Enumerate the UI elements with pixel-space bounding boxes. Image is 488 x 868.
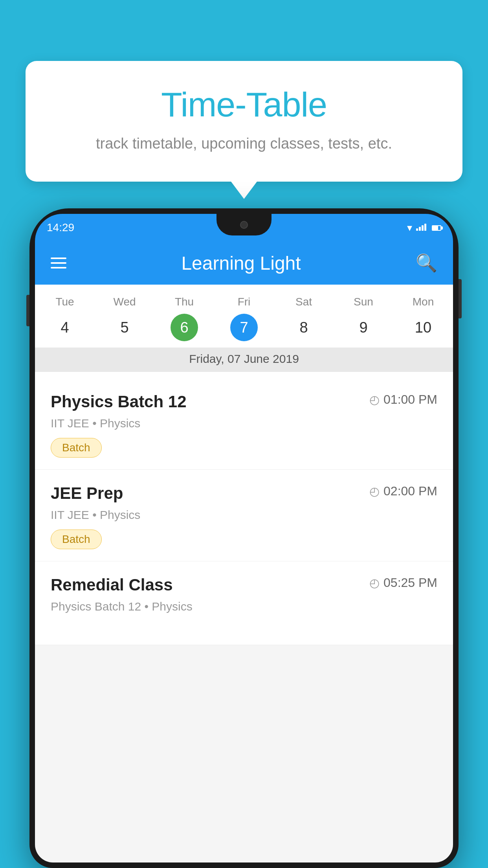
schedule-item-2-subject: IIT JEE • Physics — [51, 508, 437, 522]
tooltip-card: Time-Table track timetable, upcoming cla… — [26, 61, 462, 182]
schedule-item-3-subject: Physics Batch 12 • Physics — [51, 600, 437, 613]
schedule-item-2[interactable]: JEE Prep ◴ 02:00 PM IIT JEE • Physics Ba… — [35, 470, 453, 561]
clock-icon-1: ◴ — [369, 393, 380, 406]
day-label-wed: Wed — [113, 296, 136, 308]
day-num-6: 6 — [171, 314, 198, 341]
day-num-4: 4 — [51, 314, 79, 341]
hamburger-menu-button[interactable] — [51, 257, 66, 268]
day-label-fri: Fri — [238, 296, 251, 308]
schedule-item-2-header: JEE Prep ◴ 02:00 PM — [51, 484, 437, 503]
calendar-days-row: Tue 4 Wed 5 Thu 6 Fri 7 Sat 8 — [35, 296, 453, 341]
day-num-7: 7 — [230, 314, 258, 341]
phone-screen: Learning Light 🔍 Tue 4 Wed 5 Thu 6 — [35, 241, 453, 862]
power-button-right — [459, 279, 462, 318]
schedule-item-2-time: ◴ 02:00 PM — [369, 484, 437, 498]
schedule-item-1-time-value: 01:00 PM — [383, 392, 437, 407]
schedule-item-2-time-value: 02:00 PM — [383, 484, 437, 498]
day-num-5: 5 — [111, 314, 138, 341]
schedule-item-3-title: Remedial Class — [51, 576, 173, 594]
day-label-sat: Sat — [295, 296, 312, 308]
calendar-day-thu[interactable]: Thu 6 — [154, 296, 214, 341]
schedule-item-3[interactable]: Remedial Class ◴ 05:25 PM Physics Batch … — [35, 561, 453, 645]
schedule-list: Physics Batch 12 ◴ 01:00 PM IIT JEE • Ph… — [35, 378, 453, 645]
schedule-item-1-header: Physics Batch 12 ◴ 01:00 PM — [51, 392, 437, 411]
schedule-item-1-subject: IIT JEE • Physics — [51, 417, 437, 430]
search-button[interactable]: 🔍 — [416, 253, 437, 273]
day-label-sun: Sun — [354, 296, 373, 308]
tooltip-title: Time-Table — [53, 85, 435, 125]
calendar-day-tue[interactable]: Tue 4 — [35, 296, 95, 341]
volume-button-left — [26, 295, 29, 326]
day-label-mon: Mon — [413, 296, 434, 308]
schedule-item-3-time: ◴ 05:25 PM — [369, 576, 437, 590]
schedule-item-1-title: Physics Batch 12 — [51, 392, 187, 411]
calendar-day-sun[interactable]: Sun 9 — [334, 296, 393, 341]
phone-frame: 14:29 ▾ — [29, 208, 459, 868]
calendar-day-fri[interactable]: Fri 7 — [214, 296, 274, 341]
day-label-thu: Thu — [175, 296, 194, 308]
calendar-day-sat[interactable]: Sat 8 — [274, 296, 334, 341]
clock-icon-3: ◴ — [369, 576, 380, 590]
status-time: 14:29 — [47, 221, 74, 234]
day-num-9: 9 — [350, 314, 377, 341]
calendar-strip: Tue 4 Wed 5 Thu 6 Fri 7 Sat 8 — [35, 285, 453, 378]
battery-icon — [430, 222, 441, 233]
calendar-day-wed[interactable]: Wed 5 — [95, 296, 154, 341]
camera — [240, 221, 248, 229]
status-bar: 14:29 ▾ — [35, 214, 453, 241]
status-icons: ▾ — [407, 222, 441, 234]
day-num-10: 10 — [409, 314, 437, 341]
schedule-item-2-badge: Batch — [51, 530, 102, 549]
wifi-icon: ▾ — [407, 222, 412, 234]
schedule-item-2-title: JEE Prep — [51, 484, 123, 503]
app-title: Learning Light — [181, 252, 301, 274]
tooltip-subtitle: track timetable, upcoming classes, tests… — [53, 133, 435, 154]
clock-icon-2: ◴ — [369, 484, 380, 498]
schedule-item-1[interactable]: Physics Batch 12 ◴ 01:00 PM IIT JEE • Ph… — [35, 378, 453, 470]
signal-icon — [416, 222, 426, 233]
app-header: Learning Light 🔍 — [35, 241, 453, 285]
schedule-item-1-time: ◴ 01:00 PM — [369, 392, 437, 407]
schedule-item-3-header: Remedial Class ◴ 05:25 PM — [51, 576, 437, 594]
schedule-item-1-badge: Batch — [51, 438, 102, 458]
day-label-tue: Tue — [55, 296, 74, 308]
schedule-item-3-time-value: 05:25 PM — [383, 576, 437, 590]
day-num-8: 8 — [290, 314, 317, 341]
calendar-day-mon[interactable]: Mon 10 — [393, 296, 453, 341]
selected-date-label: Friday, 07 June 2019 — [35, 348, 453, 372]
notch — [216, 214, 272, 235]
